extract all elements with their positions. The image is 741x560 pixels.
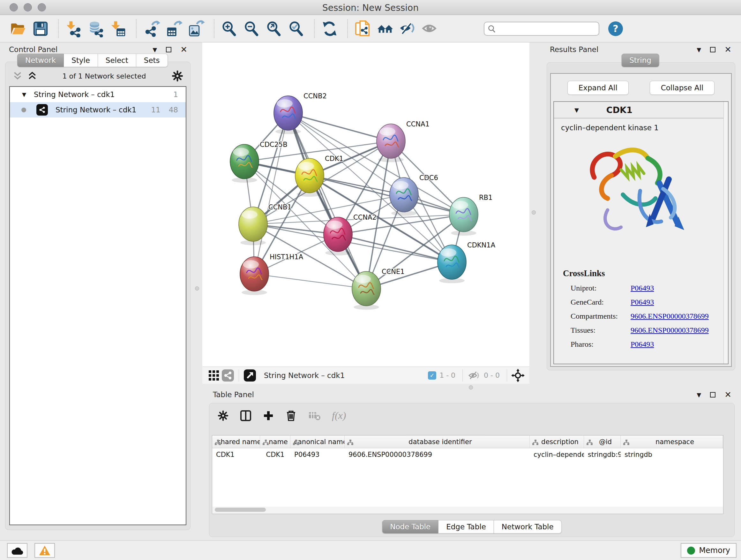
network-canvas[interactable]: CCNB2CCNA1CDC25BCDK1CDC6RB1CCNB1CCNA2CDK… [202,43,529,367]
crosslink-link[interactable]: 9606.ENSP00000378699 [630,312,709,320]
column-header-shared-name[interactable]: shared name [212,435,260,448]
delete-column-trash-icon[interactable] [285,410,297,422]
table-options-gear-icon[interactable] [218,410,228,421]
clone-network-icon[interactable] [353,19,373,39]
table-cell[interactable]: CDK1 [212,451,260,458]
tab-select[interactable]: Select [98,54,136,67]
close-panel-icon[interactable]: ✕ [724,45,731,54]
grid-view-icon[interactable] [207,368,221,382]
float-menu-icon[interactable]: ▼ [697,391,701,398]
table-row[interactable]: CDK1CDK1P064939606.ENSP00000378699cyclin… [212,448,723,461]
crosslink-link[interactable]: P06493 [630,298,654,307]
crosslink-link[interactable]: 9606.ENSP00000378699 [630,326,709,334]
undock-panel-icon[interactable] [166,47,172,52]
crosslink-label: Compartments: [570,312,630,320]
birdseye-view-icon[interactable] [243,368,257,382]
node-label: CCNB2 [304,92,327,100]
table-cell[interactable]: 9606.ENSP00000378699 [345,451,530,458]
memory-label: Memory [699,546,730,555]
export-image-icon[interactable] [186,19,206,39]
table-cell[interactable]: stringdb:9... [584,451,621,458]
tab-style[interactable]: Style [64,54,98,67]
apply-layout-icon[interactable] [320,19,340,39]
search-input[interactable] [498,24,596,33]
zoom-in-icon[interactable] [219,19,239,39]
node-section-header[interactable]: ▼ CDK1 [554,102,728,118]
crosslink-link[interactable]: P06493 [630,284,654,293]
main-toolbar: ? [0,15,741,43]
title-bar: Session: New Session [0,0,741,15]
table-cell[interactable]: cyclin–dependent ... [530,451,584,458]
splitter-handle[interactable] [532,210,536,214]
tab-sets[interactable]: Sets [136,54,168,67]
column-header-name[interactable]: name [260,435,290,448]
collection-expand-arrow-icon[interactable]: ▼ [22,91,26,98]
tab-network-table[interactable]: Network Table [494,520,562,534]
column-header--id[interactable]: @id [584,435,621,448]
table-cell[interactable]: CDK1 [260,451,290,458]
expand-all-networks-icon[interactable] [13,71,22,80]
cloud-status-button[interactable] [7,543,27,558]
close-panel-icon[interactable]: ✕ [180,45,187,54]
column-header-canonical-name[interactable]: canonical name [290,435,345,448]
column-header-namespace[interactable]: namespace [621,435,723,448]
table-cell[interactable]: stringdb [621,451,723,458]
undock-panel-icon[interactable] [710,47,716,52]
collapse-all-networks-icon[interactable] [28,71,37,80]
selected-nodes-checkbox[interactable]: ✓ [428,371,436,380]
network-edge[interactable] [288,113,366,289]
table-horizontal-scrollbar[interactable] [212,507,724,514]
help-icon[interactable]: ? [608,21,623,36]
tab-network[interactable]: Network [17,54,64,67]
import-table-from-file-icon[interactable] [109,19,128,39]
show-columns-icon[interactable] [240,410,252,422]
export-network-icon[interactable] [142,19,161,39]
memory-button[interactable]: Memory [681,543,737,558]
expand-all-button[interactable]: Expand All [567,81,629,95]
network-row[interactable]: String Network – cdk1 11 48 [10,102,186,118]
network-edge[interactable] [254,274,366,289]
network-edge[interactable] [254,113,288,274]
table-cell[interactable]: P06493 [290,451,345,458]
undock-panel-icon[interactable] [710,392,716,397]
import-network-from-database-icon[interactable] [86,19,106,39]
column-header-description[interactable]: description [530,435,584,448]
export-table-icon[interactable] [164,19,184,39]
network-options-gear-icon[interactable] [172,70,183,82]
column-type-icon [347,439,354,447]
create-column-plus-icon[interactable] [263,410,274,421]
open-session-icon[interactable] [8,19,28,39]
collapse-all-button[interactable]: Collapse All [650,81,715,95]
import-network-from-file-icon[interactable] [64,19,84,39]
crosslink-link[interactable]: P06493 [630,340,654,349]
splitter-handle[interactable] [195,287,199,291]
column-type-icon [293,439,299,447]
tab-node-table[interactable]: Node Table [382,520,439,534]
results-scrollbar[interactable] [724,102,728,364]
column-header-database-identifier[interactable]: database identifier [345,435,530,448]
show-all-icon[interactable] [420,19,440,39]
center-view-crosshair-icon[interactable] [511,368,525,382]
hidden-eye-icon[interactable] [467,368,481,382]
warnings-button[interactable] [35,543,55,558]
function-builder-icon[interactable]: f(x) [332,410,346,422]
network-collection-row[interactable]: ▼ String Network – cdk1 1 [10,87,186,102]
tab-string[interactable]: String [621,54,659,67]
hide-selected-icon[interactable] [398,19,417,39]
window-title: Session: New Session [0,3,741,13]
zoom-fit-icon[interactable] [264,19,284,39]
float-menu-icon[interactable]: ▼ [697,46,701,53]
section-collapse-arrow-icon[interactable]: ▼ [575,107,579,113]
tab-edge-table[interactable]: Edge Table [439,520,494,534]
scrollbar-thumb[interactable] [215,508,266,512]
float-menu-icon[interactable]: ▼ [152,46,157,53]
zoom-selected-icon[interactable] [286,19,307,39]
node-label: CCNB1 [268,203,292,211]
first-neighbors-icon[interactable] [375,19,395,39]
crosslink-row: GeneCard:P06493 [570,298,728,307]
zoom-out-icon[interactable] [242,19,262,39]
close-panel-icon[interactable]: ✕ [724,390,731,399]
save-session-icon[interactable] [30,19,51,39]
network-type-share-icon[interactable] [221,368,235,382]
delete-table-icon[interactable] [308,411,320,421]
